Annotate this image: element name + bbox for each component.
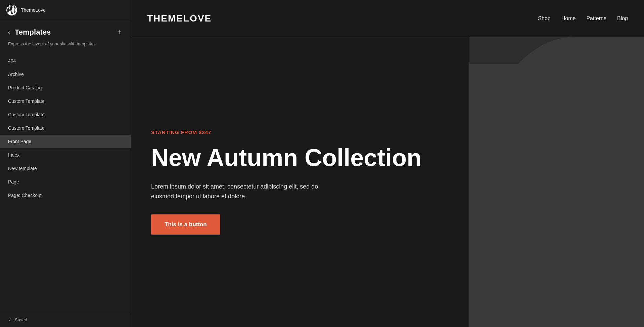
- sidebar-description: Express the layout of your site with tem…: [0, 39, 131, 54]
- sidebar-header: ‹ Templates +: [0, 20, 131, 39]
- template-item-archive[interactable]: Archive: [0, 68, 131, 81]
- nav-links: ShopHomePatternsBlog: [538, 15, 628, 22]
- template-item-front-page[interactable]: Front Page: [0, 135, 131, 148]
- hero-section: STARTING FROM $347 New Autumn Collection…: [131, 37, 644, 327]
- hero-image: [469, 37, 644, 327]
- nav-link-shop[interactable]: Shop: [538, 15, 550, 22]
- saved-status: Saved: [15, 317, 27, 322]
- template-item-product-catalog[interactable]: Product Catalog: [0, 81, 131, 94]
- template-list: 404ArchiveProduct CatalogCustom Template…: [0, 54, 131, 312]
- hero-description: Lorem ipsum dolor sit amet, consectetur …: [151, 182, 326, 201]
- sidebar: ThemeLove ‹ Templates + Express the layo…: [0, 0, 131, 327]
- hero-right: [469, 37, 644, 327]
- wordpress-logo: [6, 4, 17, 16]
- template-item-page-checkout[interactable]: Page: Checkout: [0, 189, 131, 202]
- template-item-new-template[interactable]: New template: [0, 162, 131, 175]
- hero-left: STARTING FROM $347 New Autumn Collection…: [131, 37, 469, 327]
- brand-name: THEMELOVE: [147, 13, 212, 24]
- hero-cta-button[interactable]: This is a button: [151, 214, 220, 235]
- template-item-custom-template-3[interactable]: Custom Template: [0, 121, 131, 135]
- sidebar-footer: ✓ Saved: [0, 312, 131, 327]
- template-item-index[interactable]: Index: [0, 148, 131, 162]
- main-content: THEMELOVE ShopHomePatternsBlog STARTING …: [131, 0, 644, 327]
- nav-link-home[interactable]: Home: [561, 15, 576, 22]
- template-item-page[interactable]: Page: [0, 175, 131, 189]
- preview-navbar: THEMELOVE ShopHomePatternsBlog: [131, 0, 644, 37]
- add-template-button[interactable]: +: [116, 28, 123, 37]
- sidebar-topbar: ThemeLove: [0, 0, 131, 20]
- hero-tag: STARTING FROM $347: [151, 129, 449, 135]
- template-item-404[interactable]: 404: [0, 54, 131, 68]
- nav-link-blog[interactable]: Blog: [617, 15, 628, 22]
- saved-check-icon: ✓: [8, 317, 12, 322]
- templates-title: Templates: [15, 28, 116, 37]
- template-item-custom-template-2[interactable]: Custom Template: [0, 108, 131, 121]
- site-name: ThemeLove: [21, 7, 46, 13]
- hero-title: New Autumn Collection: [151, 145, 449, 171]
- back-button[interactable]: ‹: [8, 28, 12, 36]
- nav-link-patterns[interactable]: Patterns: [586, 15, 606, 22]
- template-item-custom-template-1[interactable]: Custom Template: [0, 94, 131, 108]
